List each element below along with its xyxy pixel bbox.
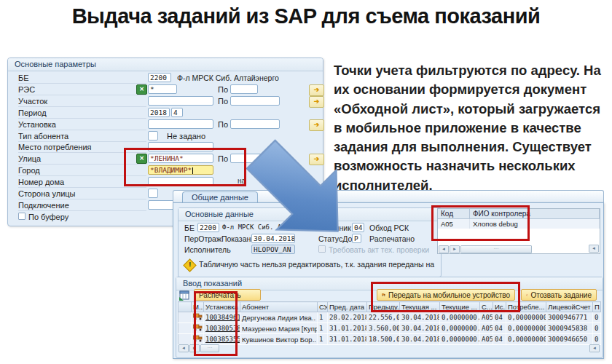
form-row-be: БЕ 2200 Ф-л МРСК Сиб. Алтайэнерго [8, 73, 323, 84]
be-field[interactable]: 2200 [197, 223, 219, 232]
field-label: Установка [18, 120, 146, 130]
res-field[interactable]: * [148, 84, 177, 94]
to-label: По [218, 85, 228, 94]
clipped-cell: 0 [593, 323, 601, 334]
subscriber-type-text: Не задано [167, 132, 205, 141]
source-cell: 04 [493, 334, 506, 345]
source-cell: 04 [493, 312, 506, 323]
warning-mark: ! [189, 261, 191, 268]
horizontal-scrollbar[interactable]: ◄ ► ··· [439, 245, 548, 253]
account-cell: 3000946771 [546, 312, 593, 323]
row-selector[interactable] [178, 323, 192, 334]
recall-task-button[interactable]: Отозвать задание [521, 289, 597, 301]
row-selector[interactable] [178, 312, 192, 323]
column-header[interactable]: СУ [318, 302, 328, 312]
field-label: БЕ [18, 74, 146, 84]
form-row-period: Период 2018 4 [8, 108, 323, 119]
consumption-cell: 0,00000000.. [506, 312, 546, 323]
scroll-left-icon[interactable]: ◄ [589, 344, 600, 352]
form-row-uchastok: Участок По ➔ [8, 96, 323, 107]
multiple-selection-button[interactable]: ➔ [309, 119, 324, 131]
res-to-field[interactable] [230, 84, 258, 94]
table-row[interactable]: 100380538 Мазуренко Мария [Купр 1 31.01.… [178, 323, 601, 334]
annotation-box-send-button [371, 282, 520, 312]
annotation-box-controller [431, 205, 530, 241]
tab-bar: Общие данные [173, 190, 604, 202]
cur-value-cell: 0,0000000.. [440, 312, 480, 323]
annotation-box-installation [194, 291, 238, 356]
cur-value-cell: 0,0000000.. [440, 323, 480, 334]
arrow-right-icon: ➔ [314, 86, 320, 93]
table-row[interactable]: 100384961 Дергунова Лидия Ива.. 1 28.02.… [178, 312, 601, 323]
su-cell: 1 [318, 334, 328, 345]
cur-date-cell: 30.04.2018 [400, 312, 440, 323]
scroll-thumb[interactable]: ··· [460, 245, 532, 253]
subscriber-cell: Мазуренко Мария [Купр [240, 323, 318, 334]
column-header[interactable]: Абонент [240, 302, 318, 312]
scroll-left-icon[interactable]: ◄ [439, 245, 449, 253]
scroll-left-icon[interactable]: ◄ [589, 245, 599, 253]
prev-value-cell: 22.556,000.. [367, 312, 400, 323]
field-label: Сторона улицы [18, 189, 146, 199]
field-label: Подключение [18, 201, 146, 211]
prev-date-cell: 31.01.2018 [328, 334, 367, 345]
to-label: По [218, 97, 228, 106]
buffer-checkbox[interactable] [18, 213, 26, 220]
period-month-field[interactable]: 4 [171, 108, 183, 117]
clipped-cell: 0 [593, 334, 601, 345]
multiple-selection-button[interactable]: ➔ [309, 96, 324, 108]
scroll-left-icon[interactable]: ◄ [178, 344, 189, 352]
warning-icon: ! [183, 258, 196, 272]
ustanovka-field[interactable] [148, 119, 213, 129]
prev-value-cell: 18.500,000.. [367, 334, 400, 345]
period-year-field[interactable]: 2018 [148, 108, 170, 117]
source-cell: 04 [493, 323, 506, 334]
su-cell: 1 [318, 323, 328, 334]
account-cell: 3000945838 [546, 323, 593, 334]
code-cell: A05 [480, 323, 493, 334]
prev-date-cell: 28.02.2018 [328, 312, 367, 323]
arrow-right-icon: ➔ [314, 121, 320, 128]
field-label: Период [18, 108, 146, 119]
arrow-right-icon: ➔ [314, 98, 320, 105]
checkbox-label: По буферу [28, 213, 68, 221]
to-label: По [218, 120, 228, 129]
prev-date-cell: 31.01.2018 [328, 323, 367, 334]
field-label: БЕ [184, 223, 195, 232]
multiple-selection-button[interactable]: ➔ [309, 84, 324, 96]
form-row-ustanovka: Установка По ➔ [8, 119, 323, 130]
be-field[interactable]: 2200 [148, 73, 171, 82]
source-description: Обход РСК [369, 223, 409, 232]
subscriber-cell: Дергунова Лидия Ива.. [240, 312, 318, 323]
form-row-res: РЭС ✕ * По ➔ [8, 84, 323, 95]
recall-button-label: Отозвать задание [530, 291, 592, 299]
recall-icon [526, 291, 527, 299]
uchastok-field[interactable] [148, 96, 213, 106]
uchastok-to-field[interactable] [230, 96, 280, 106]
field-label: Исполнитель [184, 245, 231, 254]
column-header-selector[interactable] [178, 302, 192, 312]
warning-text: Табличную часть нельзя редактировать, т.… [199, 260, 436, 269]
consumption-cell: 0,00000000.. [506, 334, 546, 345]
table-row[interactable]: 100385355 Кувшинов Виктор Бор.. 1 31.01.… [178, 334, 601, 345]
street-side-field[interactable] [148, 189, 158, 198]
consumption-cell: 0,00000000.. [506, 323, 546, 334]
scroll-right-icon[interactable]: ► [450, 245, 460, 253]
column-header[interactable]: П [593, 302, 601, 312]
column-header[interactable]: Пред. дата [328, 302, 367, 312]
group-header: Основные параметры [8, 58, 323, 71]
flow-arrow [245, 138, 356, 249]
ustanovka-to-field[interactable] [230, 119, 280, 129]
field-label: Тип абонента [18, 132, 146, 142]
annotation-box-address [124, 148, 246, 186]
field-label: Участок [18, 97, 146, 107]
cur-date-cell: 30.04.2018 [400, 323, 440, 334]
code-cell: A05 [480, 312, 493, 323]
clipped-cell: 0 [593, 312, 601, 323]
column-header[interactable]: ЛицевойСчет [546, 302, 593, 312]
be-description: Ф-л МРСК Сиб. Алтайэнерго [177, 74, 279, 82]
row-selector[interactable] [178, 334, 192, 345]
subscriber-type-field[interactable] [148, 131, 158, 141]
slide-description: Точки учета фильтруются по адресу. На их… [334, 61, 608, 195]
multi-select-icon[interactable]: ✕ [136, 84, 147, 95]
